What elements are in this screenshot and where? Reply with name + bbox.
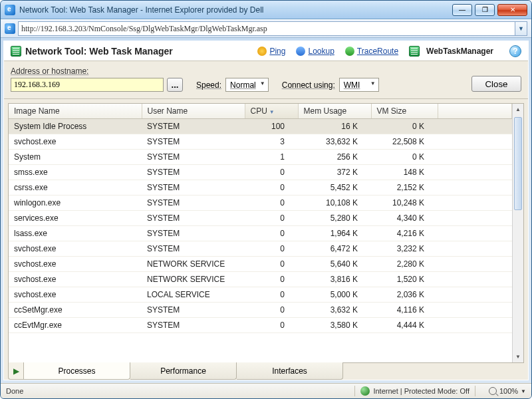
cell-vm: 4,340 K [371,211,438,226]
page-content: Network Tool: Web Task Manager Ping Look… [3,41,529,380]
table-row[interactable]: ccEvtMgr.exeSYSTEM03,580 K4,444 K [9,318,512,333]
table-row[interactable]: svchost.exeSYSTEM333,632 K22,508 K [9,134,512,150]
speed-dropdown[interactable]: Normal [225,78,269,92]
cell-mem: 5,280 K [298,211,371,226]
bottom-tabs: ▶ Processes Performance Interfaces [4,362,528,380]
page-title-text: Network Tool: Web Task Manager [25,46,173,57]
cell-image: smss.exe [9,165,142,180]
cell-cpu: 100 [245,119,298,134]
cell-user: SYSTEM [142,134,245,150]
col-spacer [438,104,512,119]
col-user-name[interactable]: User Name [142,104,245,119]
cell-image: csrss.exe [9,180,142,196]
table-row[interactable]: ccSetMgr.exeSYSTEM03,632 K4,116 K [9,303,512,318]
cell-mem: 5,000 K [298,287,371,303]
help-button[interactable]: ? [509,45,521,57]
window-title: Network Tool: Web Task Manager - Interne… [19,5,450,15]
cell-spacer [438,196,512,211]
scroll-up-icon[interactable]: ▲ [513,104,523,115]
status-zone: Internet | Protected Mode: Off [373,387,469,395]
lookup-icon [296,47,305,56]
cell-vm: 1,520 K [371,272,438,287]
col-cpu[interactable]: CPU▼ [245,104,298,119]
browse-button[interactable]: ... [167,78,183,92]
table-row[interactable]: svchost.exeSYSTEM06,472 K3,232 K [9,241,512,257]
table-row[interactable]: SystemSYSTEM1256 K0 K [9,150,512,165]
cell-vm: 0 K [371,150,438,165]
traceroute-icon [345,47,354,56]
taskmanager-icon [409,46,420,57]
speed-control: Speed: Normal [196,78,269,92]
address-input[interactable] [11,78,164,92]
table-row[interactable]: System Idle ProcessSYSTEM10016 K0 K [9,119,512,134]
taskmanager-icon [11,46,21,57]
zoom-control[interactable]: 100% ▼ [489,387,526,395]
cell-spacer [438,272,512,287]
col-image-name[interactable]: Image Name [9,104,142,119]
cell-cpu: 0 [245,287,298,303]
cell-spacer [438,150,512,165]
cell-image: ccEvtMgr.exe [9,318,142,333]
ping-link[interactable]: Ping [257,47,285,56]
cell-vm: 2,280 K [371,257,438,272]
cell-spacer [438,119,512,134]
cell-user: SYSTEM [142,303,245,318]
cell-mem: 1,964 K [298,226,371,241]
sort-desc-icon: ▼ [269,109,275,115]
cell-mem: 5,452 K [298,180,371,196]
play-button[interactable]: ▶ [8,362,24,380]
scroll-thumb[interactable] [514,117,522,210]
maximize-button[interactable]: ❐ [475,4,495,16]
cell-user: SYSTEM [142,165,245,180]
table-row[interactable]: svchost.exeNETWORK SERVICE05,640 K2,280 … [9,257,512,272]
minimize-button[interactable]: — [452,4,472,16]
table-row[interactable]: svchost.exeLOCAL SERVICE05,000 K2,036 K [9,287,512,303]
url-dropdown-button[interactable]: ▼ [515,21,527,36]
traceroute-link[interactable]: TraceRoute [345,47,398,56]
cell-spacer [438,211,512,226]
close-button[interactable]: Close [471,76,521,92]
cell-vm: 2,152 K [371,180,438,196]
status-left: Done [6,387,349,395]
cell-user: SYSTEM [142,196,245,211]
table-row[interactable]: svchost.exeNETWORK SERVICE03,816 K1,520 … [9,272,512,287]
cell-image: System [9,150,142,165]
table-row[interactable]: winlogon.exeSYSTEM010,108 K10,248 K [9,196,512,211]
cell-cpu: 0 [245,196,298,211]
table-row[interactable]: smss.exeSYSTEM0372 K148 K [9,165,512,180]
browser-window: Network Tool: Web Task Manager - Interne… [0,0,532,399]
page-title: Network Tool: Web Task Manager [11,46,247,57]
col-vm-size[interactable]: VM Size [371,104,438,119]
status-separator [475,386,475,396]
tab-performance[interactable]: Performance [130,362,237,380]
process-table-container: Image Name User Name CPU▼ Mem Usage VM S… [8,103,524,363]
cell-image: System Idle Process [9,119,142,134]
cell-image: svchost.exe [9,272,142,287]
status-separator [354,386,355,396]
cell-image: lsass.exe [9,226,142,241]
cell-spacer [438,303,512,318]
url-input[interactable] [18,21,515,36]
col-mem-usage[interactable]: Mem Usage [298,104,371,119]
process-table: Image Name User Name CPU▼ Mem Usage VM S… [9,104,512,333]
tab-interfaces[interactable]: Interfaces [237,362,343,380]
table-row[interactable]: services.exeSYSTEM05,280 K4,340 K [9,211,512,226]
cell-spacer [438,134,512,150]
cell-cpu: 0 [245,303,298,318]
vertical-scrollbar[interactable]: ▲ ▼ [512,104,523,362]
cell-spacer [438,241,512,257]
taskmanager-label: WebTaskManager [409,46,493,57]
cell-image: svchost.exe [9,287,142,303]
cell-vm: 4,216 K [371,226,438,241]
connect-dropdown[interactable]: WMI [339,78,379,92]
cell-image: ccSetMgr.exe [9,303,142,318]
cell-image: svchost.exe [9,241,142,257]
lookup-link[interactable]: Lookup [296,47,334,56]
close-window-button[interactable]: ✕ [497,4,527,16]
cell-cpu: 3 [245,134,298,150]
ping-icon [257,47,267,56]
table-row[interactable]: lsass.exeSYSTEM01,964 K4,216 K [9,226,512,241]
tab-processes[interactable]: Processes [24,362,130,380]
table-row[interactable]: csrss.exeSYSTEM05,452 K2,152 K [9,180,512,196]
scroll-down-icon[interactable]: ▼ [513,351,523,362]
